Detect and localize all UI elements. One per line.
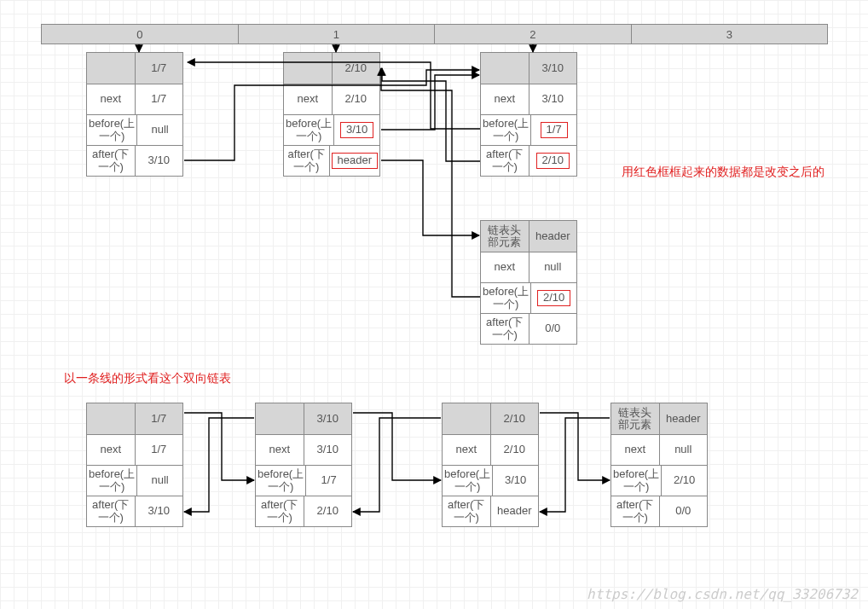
label-before: before(上一个) [611, 466, 661, 496]
node-header-blank [481, 53, 529, 84]
label-after: after(下一个) [87, 146, 135, 176]
label-next: next [481, 252, 529, 282]
value-next: null [529, 252, 577, 282]
top-node-2: 3/10 next 3/10 before(上一个) 1/7 after(下一个… [480, 52, 577, 177]
bottom-node-2: 2/10 next 2/10 before(上一个) 3/10 after(下一… [442, 403, 539, 527]
label-before: before(上一个) [481, 283, 530, 313]
array-cell-1: 1 [239, 25, 436, 44]
label-next: next [87, 84, 135, 114]
header-node: 链表头部元素 header next null before(上一个) 2/10… [480, 220, 577, 345]
node-title: 2/10 [490, 403, 539, 434]
value-after: header [329, 146, 379, 176]
top-node-0: 1/7 next 1/7 before(上一个) null after(下一个)… [86, 52, 183, 177]
value-after: 2/10 [529, 146, 577, 176]
label-next: next [611, 435, 659, 465]
label-next: next [87, 435, 135, 465]
value-next: 3/10 [529, 84, 577, 114]
header-node-title: header [529, 221, 577, 252]
label-after: after(下一个) [481, 146, 529, 176]
node-title: 1/7 [135, 53, 183, 84]
label-before: before(上一个) [284, 115, 333, 145]
diagram: 0 1 2 3 1/7 next 1/7 before(上一个) null af… [0, 0, 868, 609]
value-after: 2/10 [304, 496, 352, 526]
node-title: 1/7 [135, 403, 183, 434]
label-before: before(上一个) [256, 466, 305, 496]
label-before: before(上一个) [481, 115, 530, 145]
value-next: 1/7 [135, 435, 183, 465]
label-after: after(下一个) [284, 146, 329, 176]
array-cell-0: 0 [42, 25, 239, 44]
value-after: 0/0 [659, 496, 708, 526]
label-after: after(下一个) [611, 496, 659, 526]
node-title: 2/10 [332, 53, 380, 84]
bottom-node-1: 3/10 next 3/10 before(上一个) 1/7 after(下一个… [255, 403, 352, 527]
value-before: null [136, 466, 182, 496]
value-before: 1/7 [530, 115, 576, 145]
watermark: https://blog.csdn.net/qq_33206732 [587, 586, 858, 602]
value-before: 2/10 [661, 466, 707, 496]
array-cell-3: 3 [632, 25, 828, 44]
array-cell-2: 2 [435, 25, 632, 44]
label-next: next [256, 435, 304, 465]
label-before: before(上一个) [87, 466, 136, 496]
note-left: 以一条线的形式看这个双向链表 [64, 370, 231, 387]
node-header-blank [87, 403, 135, 434]
label-next: next [481, 84, 529, 114]
value-next: 1/7 [135, 84, 183, 114]
value-after: 0/0 [529, 314, 577, 344]
header-node-name: 链表头部元素 [481, 221, 529, 252]
value-after: 3/10 [135, 496, 183, 526]
value-before: null [136, 115, 182, 145]
value-next: 2/10 [332, 84, 380, 114]
value-after: header [490, 496, 539, 526]
header-node-name: 链表头部元素 [611, 403, 659, 434]
value-next: null [659, 435, 708, 465]
label-after: after(下一个) [256, 496, 304, 526]
value-before: 3/10 [492, 466, 538, 496]
bottom-node-0: 1/7 next 1/7 before(上一个) null after(下一个)… [86, 403, 183, 527]
node-title: 3/10 [529, 53, 577, 84]
node-header-blank [87, 53, 135, 84]
label-after: after(下一个) [481, 314, 529, 344]
array-bar: 0 1 2 3 [41, 24, 828, 44]
value-before: 1/7 [305, 466, 351, 496]
label-before: before(上一个) [87, 115, 136, 145]
note-right: 用红色框框起来的数据都是改变之后的 [622, 164, 843, 181]
value-after: 3/10 [135, 146, 183, 176]
label-next: next [284, 84, 332, 114]
label-next: next [443, 435, 490, 465]
value-before: 3/10 [333, 115, 379, 145]
value-before: 2/10 [530, 283, 576, 313]
bottom-node-3: 链表头部元素 header next null before(上一个) 2/10… [610, 403, 708, 527]
node-title: 3/10 [304, 403, 352, 434]
top-node-1: 2/10 next 2/10 before(上一个) 3/10 after(下一… [283, 52, 380, 177]
label-after: after(下一个) [87, 496, 135, 526]
node-header-blank [443, 403, 490, 434]
node-title: header [659, 403, 708, 434]
label-after: after(下一个) [443, 496, 490, 526]
value-next: 3/10 [304, 435, 352, 465]
node-header-blank [284, 53, 332, 84]
node-header-blank [256, 403, 304, 434]
value-next: 2/10 [490, 435, 539, 465]
label-before: before(上一个) [443, 466, 492, 496]
